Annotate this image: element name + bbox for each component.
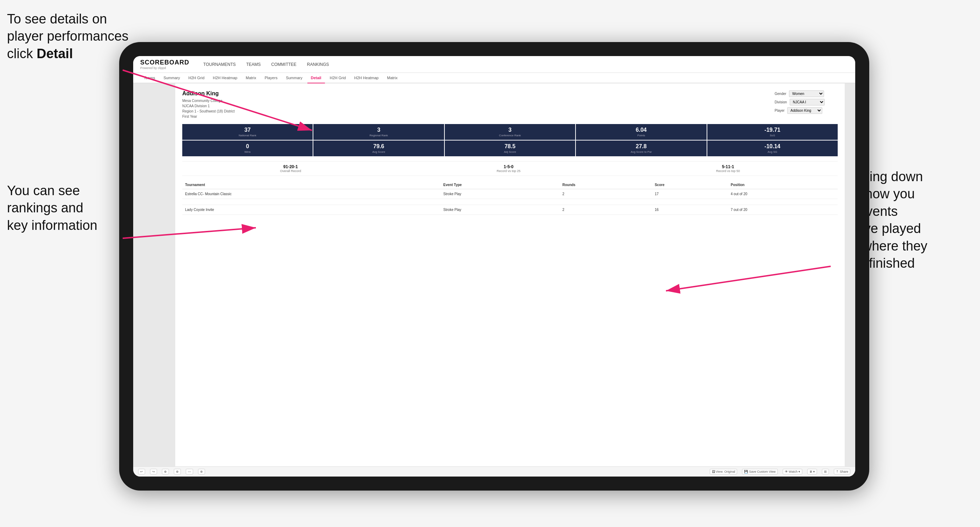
- table-cell: [728, 199, 838, 205]
- ann-bl-line3: key information: [7, 218, 97, 233]
- nav-tournaments[interactable]: TOURNAMENTS: [203, 60, 235, 68]
- app-logo: SCOREBOARD Powered by clippd: [140, 59, 189, 70]
- toolbar-add[interactable]: ⊕: [198, 469, 205, 475]
- main-content: Addison King Mesa Community College NJCA…: [133, 83, 855, 467]
- table-header-cell: Event Type: [441, 181, 560, 189]
- table-cell: [182, 199, 441, 205]
- stat-cell: 27.8Avg Score to Par: [576, 141, 706, 156]
- records-row: 91-20-1Overall Record1-5-0Record vs top …: [182, 161, 838, 176]
- right-panel: [845, 83, 855, 467]
- player-label: Player: [775, 109, 784, 113]
- division-label: Division: [775, 100, 787, 104]
- filter-player: Player Addison King: [775, 107, 838, 114]
- tab-h2h-heatmap2[interactable]: H2H Heatmap: [351, 73, 382, 83]
- nav-rankings[interactable]: RANKINGS: [307, 60, 329, 68]
- table-cell: [441, 199, 560, 205]
- table-header-cell: Position: [728, 181, 838, 189]
- logo-sub: Powered by clippd: [140, 66, 189, 70]
- stat-cell: -19.71SoS: [707, 124, 838, 140]
- stats-row2: 0Wins79.6Avg Score78.5Adj Score27.8Avg S…: [182, 141, 838, 156]
- tab-matrix[interactable]: Matrix: [242, 73, 260, 83]
- tab-summary[interactable]: Summary: [160, 73, 183, 83]
- stat-cell: 79.6Avg Score: [313, 141, 444, 156]
- toolbar-undo[interactable]: ↩: [138, 469, 145, 475]
- toolbar-watch[interactable]: 👁 Watch ▾: [783, 469, 802, 475]
- bottom-toolbar: ↩ ↪ ⊕ ⊕ — ⊕ 🖼 View: Original 💾 Save Cust…: [133, 467, 855, 476]
- player-name: Addison King: [182, 90, 235, 97]
- player-filters: Gender Women Division NJCAA I: [775, 90, 838, 114]
- stat-cell: -10.14Avg SG: [707, 141, 838, 156]
- stat-cell: 37National Rank: [182, 124, 313, 140]
- table-header-cell: Tournament: [182, 181, 441, 189]
- table-cell: 2: [559, 205, 652, 215]
- table-cell: 17: [652, 189, 728, 199]
- table-cell: Lady Coyote Invite: [182, 205, 441, 215]
- player-info: Addison King Mesa Community College NJCA…: [182, 90, 235, 119]
- annotation-top-left: To see details on player performances cl…: [7, 11, 128, 62]
- annotation-line3-bold: Detail: [37, 46, 73, 61]
- table-cell: Estrella CC- Mountain Classic: [182, 189, 441, 199]
- stat-cell: 78.5Adj Score: [445, 141, 575, 156]
- player-header: Addison King Mesa Community College NJCA…: [182, 90, 838, 119]
- player-region: Region 1 - Southwest (18) District: [182, 109, 235, 114]
- player-year: First Year: [182, 114, 235, 119]
- nav-committee[interactable]: COMMITTEE: [271, 60, 296, 68]
- toolbar-screen[interactable]: 🖥 ▾: [807, 469, 818, 475]
- tab-h2h-grid2[interactable]: H2H Grid: [326, 73, 350, 83]
- ann-bl-line1: You can see: [7, 183, 80, 198]
- record-item: 1-5-0Record vs top 25: [497, 164, 520, 173]
- record-item: 91-20-1Overall Record: [280, 164, 301, 173]
- table-cell: 16: [652, 205, 728, 215]
- gender-label: Gender: [775, 92, 786, 96]
- tab-h2h-heatmap[interactable]: H2H Heatmap: [209, 73, 241, 83]
- toolbar-share[interactable]: ⇡ Share: [834, 469, 850, 475]
- tab-summary2[interactable]: Summary: [283, 73, 306, 83]
- tab-teams[interactable]: Teams: [140, 73, 158, 83]
- annotation-line3-prefix: click: [7, 46, 37, 61]
- tablet-screen: SCOREBOARD Powered by clippd TOURNAMENTS…: [133, 56, 855, 476]
- toolbar-zoom-out[interactable]: ⊕: [174, 469, 181, 475]
- annotation-line1: To see details on: [7, 11, 107, 26]
- ann-bl-line2: rankings and: [7, 200, 83, 215]
- toolbar-save-custom[interactable]: 💾 Save Custom View: [742, 469, 777, 475]
- sub-nav: Teams Summary H2H Grid H2H Heatmap Matri…: [133, 73, 855, 83]
- toolbar-zoom-in[interactable]: ⊕: [162, 469, 169, 475]
- table-cell: Stroke Play: [441, 189, 560, 199]
- tab-matrix2[interactable]: Matrix: [383, 73, 401, 83]
- stat-cell: 3Regional Rank: [313, 124, 444, 140]
- filter-gender: Gender Women: [775, 90, 838, 97]
- table-row: [182, 199, 838, 205]
- stat-cell: 3Conference Rank: [445, 124, 575, 140]
- stat-cell: 6.04Points: [576, 124, 706, 140]
- filter-division: Division NJCAA I: [775, 99, 838, 105]
- table-header-cell: Rounds: [559, 181, 652, 189]
- player-select[interactable]: Addison King: [787, 107, 822, 114]
- player-school: Mesa Community College: [182, 98, 235, 103]
- tab-players[interactable]: Players: [261, 73, 281, 83]
- toolbar-grid[interactable]: ⊞: [822, 469, 829, 475]
- nav-teams[interactable]: TEAMS: [246, 60, 261, 68]
- tab-h2h-grid[interactable]: H2H Grid: [185, 73, 208, 83]
- stat-cell: 0Wins: [182, 141, 313, 156]
- table-row: Estrella CC- Mountain ClassicStroke Play…: [182, 189, 838, 199]
- player-division: NJCAA Division 1: [182, 103, 235, 109]
- toolbar-minus[interactable]: —: [186, 469, 193, 475]
- toolbar-view-original[interactable]: 🖼 View: Original: [710, 469, 737, 475]
- table-header-cell: Score: [652, 181, 728, 189]
- table-cell: 2: [559, 189, 652, 199]
- table-header-row: TournamentEvent TypeRoundsScorePosition: [182, 181, 838, 189]
- annotation-bottom-left: You can see rankings and key information: [7, 182, 97, 234]
- tab-detail[interactable]: Detail: [307, 73, 325, 83]
- annotation-line2: player performances: [7, 29, 128, 43]
- table-row: Lady Coyote InviteStroke Play2167 out of…: [182, 205, 838, 215]
- toolbar-redo[interactable]: ↪: [150, 469, 157, 475]
- left-panel: [133, 83, 175, 467]
- division-select[interactable]: NJCAA I: [790, 99, 825, 105]
- table-cell: 7 out of 20: [728, 205, 838, 215]
- table-cell: [559, 199, 652, 205]
- table-cell: Stroke Play: [441, 205, 560, 215]
- gender-select[interactable]: Women: [789, 90, 824, 97]
- tablet-frame: SCOREBOARD Powered by clippd TOURNAMENTS…: [119, 42, 869, 490]
- logo-main: SCOREBOARD: [140, 59, 189, 66]
- tournament-table: TournamentEvent TypeRoundsScorePosition …: [182, 181, 838, 215]
